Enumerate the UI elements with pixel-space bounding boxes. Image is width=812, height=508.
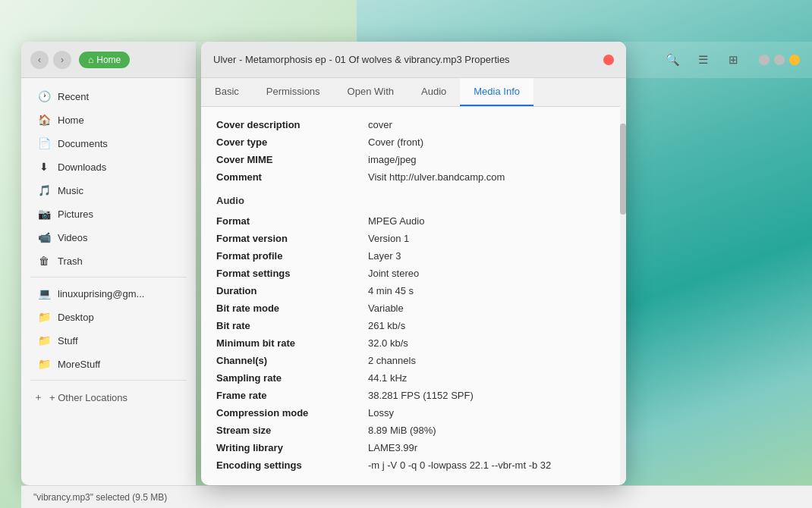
recent-icon: 🕐 — [38, 90, 50, 102]
properties-dialog: Ulver - Metamorphosis ep - 01 Of wolves … — [201, 42, 626, 485]
file-manager-window: ‹ › ⌂ Home 🕐 Recent 🏠 Home 📄 Documents ⬇… — [21, 42, 196, 485]
forward-button[interactable]: › — [53, 51, 71, 69]
folder-icon: 📁 — [38, 311, 50, 323]
sidebar-item-label: MoreStuff — [58, 359, 100, 370]
sidebar-item-label: Videos — [58, 232, 88, 243]
fm-sidebar: 🕐 Recent 🏠 Home 📄 Documents ⬇ Downloads … — [21, 78, 196, 485]
window-controls — [759, 55, 800, 65]
circle-3 — [789, 55, 800, 65]
info-row-frame-rate: Frame rate 38.281 FPS (1152 SPF) — [216, 387, 611, 404]
downloads-icon: ⬇ — [38, 161, 50, 173]
scroll-thumb[interactable] — [620, 124, 626, 215]
back-button[interactable]: ‹ — [30, 51, 49, 69]
other-locations-label: + Other Locations — [49, 392, 127, 403]
info-row-format: Format MPEG Audio — [216, 212, 611, 230]
status-bar: "vibrancy.mp3" selected (9.5 MB) — [21, 485, 812, 508]
info-row-duration: Duration 4 min 45 s — [216, 282, 611, 299]
info-row-cover-type: Cover type Cover (front) — [216, 133, 611, 151]
dialog-titlebar: Ulver - Metamorphosis ep - 01 Of wolves … — [201, 42, 626, 78]
sidebar-item-morestuff[interactable]: 📁 MoreStuff — [26, 353, 191, 375]
folder-icon: 📁 — [38, 358, 50, 370]
circle-2 — [774, 55, 785, 65]
tab-open-with[interactable]: Open With — [334, 78, 408, 106]
tab-audio[interactable]: Audio — [408, 78, 460, 106]
computer-icon: 💻 — [38, 287, 50, 299]
music-icon: 🎵 — [38, 184, 50, 196]
fm-toolbar: ‹ › ⌂ Home — [21, 42, 196, 78]
sidebar-item-label: Trash — [58, 256, 83, 267]
sidebar-item-label: Recent — [58, 91, 89, 102]
info-row-format-version: Format version Version 1 — [216, 230, 611, 247]
sidebar-item-recent[interactable]: 🕐 Recent — [26, 85, 191, 108]
plus-icon: ＋ — [33, 390, 43, 404]
info-row-bit-rate: Bit rate 261 kb/s — [216, 317, 611, 334]
close-button[interactable] — [603, 55, 614, 65]
info-row-bit-rate-mode: Bit rate mode Variable — [216, 299, 611, 317]
other-locations-button[interactable]: ＋ + Other Locations — [21, 385, 196, 409]
info-row-cover-description: Cover description cover — [216, 116, 611, 133]
sidebar-item-linuxuprising[interactable]: 💻 linuxuprising@gm... — [26, 282, 191, 305]
sidebar-item-documents[interactable]: 📄 Documents — [26, 132, 191, 155]
scrollbar[interactable] — [620, 78, 626, 485]
info-row-compression-mode: Compression mode Lossy — [216, 404, 611, 422]
search-icon[interactable]: 🔍 — [662, 49, 683, 71]
info-row-format-profile: Format profile Layer 3 — [216, 247, 611, 265]
sidebar-item-downloads[interactable]: ⬇ Downloads — [26, 155, 191, 178]
documents-icon: 📄 — [38, 137, 50, 149]
audio-section-header: Audio — [216, 195, 611, 206]
sidebar-item-label: Home — [58, 114, 84, 126]
home-icon: 🏠 — [38, 114, 50, 126]
sidebar-item-label: Desktop — [58, 312, 94, 323]
info-row-format-settings: Format settings Joint stereo — [216, 265, 611, 282]
pictures-icon: 📷 — [38, 208, 50, 220]
info-row-encoding-settings: Encoding settings -m j -V 0 -q 0 -lowpas… — [216, 456, 611, 474]
sidebar-item-pictures[interactable]: 📷 Pictures — [26, 202, 191, 225]
sidebar-item-stuff[interactable]: 📁 Stuff — [26, 329, 191, 352]
dialog-content: Cover description cover Cover type Cover… — [201, 107, 626, 485]
info-row-channels: Channel(s) 2 channels — [216, 352, 611, 369]
sidebar-item-label: Documents — [58, 138, 108, 149]
sidebar-divider — [30, 277, 187, 278]
dialog-tabs: Basic Permissions Open With Audio Media … — [201, 78, 626, 107]
info-row-comment: Comment Visit http://ulver.bandcamp.com — [216, 168, 611, 186]
folder-icon: 📁 — [38, 334, 50, 347]
tab-media-info[interactable]: Media Info — [460, 78, 533, 106]
sidebar-divider-2 — [30, 380, 187, 381]
tab-permissions[interactable]: Permissions — [253, 78, 334, 106]
sidebar-item-label: Stuff — [58, 335, 78, 347]
sidebar-item-label: linuxuprising@gm... — [58, 288, 144, 299]
grid-view-icon[interactable]: ⊞ — [722, 49, 744, 71]
sidebar-item-videos[interactable]: 📹 Videos — [26, 226, 191, 249]
sidebar-item-label: Downloads — [58, 161, 106, 173]
info-row-stream-size: Stream size 8.89 MiB (98%) — [216, 422, 611, 439]
info-row-cover-mime: Cover MIME image/jpeg — [216, 151, 611, 168]
sidebar-item-label: Pictures — [58, 209, 93, 220]
home-button[interactable]: ⌂ Home — [79, 52, 130, 68]
tab-basic[interactable]: Basic — [201, 78, 253, 106]
dialog-title: Ulver - Metamorphosis ep - 01 Of wolves … — [213, 54, 596, 65]
trash-icon: 🗑 — [38, 255, 50, 267]
home-icon: ⌂ — [88, 55, 93, 65]
info-row-writing-library: Writing library LAME3.99r — [216, 439, 611, 456]
info-row-sampling-rate: Sampling rate 44.1 kHz — [216, 369, 611, 387]
sidebar-item-label: Music — [58, 185, 83, 196]
sidebar-item-home[interactable]: 🏠 Home — [26, 108, 191, 131]
circle-1 — [759, 55, 770, 65]
status-text: "vibrancy.mp3" selected (9.5 MB) — [33, 492, 167, 503]
sidebar-item-trash[interactable]: 🗑 Trash — [26, 249, 191, 272]
info-row-min-bit-rate: Minimum bit rate 32.0 kb/s — [216, 334, 611, 352]
list-view-icon[interactable]: ☰ — [692, 49, 713, 71]
home-label: Home — [96, 55, 121, 65]
sidebar-item-desktop[interactable]: 📁 Desktop — [26, 306, 191, 328]
sidebar-item-music[interactable]: 🎵 Music — [26, 179, 191, 202]
videos-icon: 📹 — [38, 231, 50, 243]
